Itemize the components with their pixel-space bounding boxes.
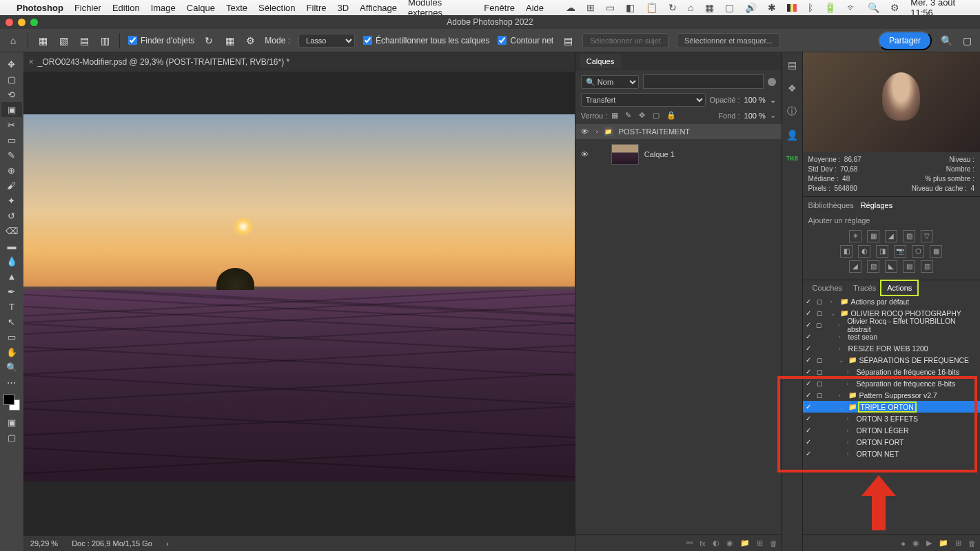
lock-all-icon[interactable]: 🔒: [666, 111, 676, 120]
expand-icon[interactable]: ›: [847, 380, 854, 387]
status-icon[interactable]: ☁: [566, 2, 575, 13]
menu-selection[interactable]: Sélection: [258, 3, 295, 13]
control-center-icon[interactable]: ⚙: [890, 2, 899, 13]
check-icon[interactable]: ✓: [806, 309, 814, 317]
tab-actions[interactable]: Actions: [881, 281, 917, 295]
link-icon[interactable]: ⚯: [686, 539, 693, 548]
action-row[interactable]: ✓›ORTON FORT: [803, 436, 980, 448]
check-icon[interactable]: ✓: [806, 426, 814, 434]
action-row[interactable]: ✓▢›Séparation de fréquence 16-bits: [803, 366, 980, 377]
mask-icon[interactable]: ◐: [713, 539, 719, 548]
check-icon[interactable]: ✓: [806, 391, 814, 399]
adj-icon[interactable]: ◢: [885, 230, 897, 242]
search-icon[interactable]: 🔍: [868, 2, 879, 13]
action-row[interactable]: ✓›ORTON NET: [803, 448, 980, 459]
sample-all-check[interactable]: Échantillonner tous les calques: [363, 36, 489, 45]
menu-fichier[interactable]: Fichier: [74, 3, 101, 13]
layer-filter-select[interactable]: 🔍 Nom: [581, 75, 639, 89]
status-icon[interactable]: ✱: [768, 2, 776, 13]
tab-adjustments[interactable]: Réglages: [861, 201, 892, 209]
tab-libraries[interactable]: Bibliothèques: [808, 201, 854, 209]
zoom-value[interactable]: 29,29 %: [30, 539, 58, 548]
visibility-icon[interactable]: 👁: [581, 150, 591, 158]
check-icon[interactable]: ✓: [806, 344, 814, 352]
check-icon[interactable]: ✓: [806, 415, 814, 422]
action-row[interactable]: ✓▢›📁Pattern Suppressor v2.7: [803, 389, 980, 401]
check-icon[interactable]: ✓: [806, 403, 814, 410]
quickmask-tool[interactable]: ▣: [1, 415, 22, 430]
dialog-icon[interactable]: ▢: [816, 322, 824, 329]
lock-brush-icon[interactable]: ✎: [625, 111, 635, 120]
adj-icon[interactable]: ▥: [921, 260, 933, 273]
dialog-icon[interactable]: ▢: [817, 310, 825, 317]
expand-icon[interactable]: ›: [847, 368, 854, 375]
frame-tool[interactable]: ▭: [1, 132, 22, 147]
adj-icon[interactable]: ⬡: [912, 245, 924, 258]
expand-icon[interactable]: ⌄: [839, 357, 846, 364]
zoom-tool[interactable]: 🔍: [1, 360, 22, 375]
marquee-tool[interactable]: ▢: [1, 72, 22, 87]
object-finder-check[interactable]: Finder d'objets: [128, 36, 194, 45]
adj-icon[interactable]: ▤: [903, 260, 915, 273]
select-mask-button[interactable]: Sélectionner et masquer...: [677, 33, 780, 48]
dialog-icon[interactable]: ▢: [817, 380, 825, 387]
shape-tool[interactable]: ▭: [1, 329, 22, 344]
check-icon[interactable]: ✓: [806, 333, 814, 340]
adj-icon[interactable]: ◧: [840, 245, 853, 258]
fx-icon[interactable]: fx: [700, 539, 706, 548]
adj-icon[interactable]: ▦: [930, 245, 942, 258]
status-icon[interactable]: ⌂: [688, 2, 693, 13]
check-icon[interactable]: ✓: [806, 321, 814, 329]
expand-icon[interactable]: ›: [596, 128, 598, 135]
tab-paths[interactable]: Tracés: [848, 281, 881, 295]
menu-calque[interactable]: Calque: [187, 3, 215, 13]
layer-thumbnail[interactable]: [611, 144, 639, 165]
expand-icon[interactable]: ›: [839, 345, 846, 352]
adj-icon[interactable]: ▨: [903, 230, 915, 242]
status-icon[interactable]: ▭: [606, 2, 615, 13]
pen-tool[interactable]: ✒: [1, 284, 22, 299]
gradient-tool[interactable]: ▬: [1, 238, 22, 253]
wifi-icon[interactable]: ᯤ: [847, 2, 857, 13]
check-icon[interactable]: ✓: [806, 438, 814, 446]
status-icon[interactable]: ⊞: [586, 2, 595, 13]
status-icon[interactable]: ▦: [705, 2, 714, 13]
selection-sub-icon[interactable]: ▤: [78, 34, 90, 47]
selection-add-icon[interactable]: ▧: [57, 34, 70, 47]
group-icon[interactable]: 📁: [740, 539, 750, 548]
status-chevron[interactable]: ›: [166, 539, 169, 548]
adj-icon[interactable]: 📷: [894, 245, 906, 258]
status-icon[interactable]: ↻: [668, 2, 677, 13]
close-window[interactable]: [6, 19, 13, 26]
chevron-down-icon[interactable]: ⌄: [770, 96, 776, 105]
blur-tool[interactable]: 💧: [1, 253, 22, 269]
expand-icon[interactable]: ›: [847, 427, 854, 434]
action-row[interactable]: ✓▢›📁Actions par défaut: [803, 295, 980, 307]
panel-icon[interactable]: ❖: [785, 81, 799, 95]
check-icon[interactable]: ✓: [806, 450, 814, 457]
minimize-window[interactable]: [18, 19, 25, 26]
share-button[interactable]: Partager: [878, 31, 932, 50]
adj-icon[interactable]: ◐: [858, 245, 870, 258]
more-tools[interactable]: ⋯: [1, 375, 22, 390]
action-row[interactable]: ✓›RESIZE FOR WEB 1200: [803, 342, 980, 354]
expand-icon[interactable]: ⌄: [839, 404, 846, 410]
menu-3d[interactable]: 3D: [337, 3, 349, 13]
gear-icon[interactable]: ⚙: [244, 34, 256, 47]
menu-image[interactable]: Image: [151, 3, 176, 13]
app-name[interactable]: Photoshop: [17, 3, 63, 13]
selection-intersect-icon[interactable]: ▥: [99, 34, 111, 47]
adj-icon[interactable]: ▨: [867, 260, 879, 273]
lock-artboard-icon[interactable]: ▢: [653, 111, 662, 120]
layer-row[interactable]: 👁 Calque 1: [575, 139, 782, 169]
battery-icon[interactable]: 🔋: [824, 2, 836, 13]
dialog-icon[interactable]: ▢: [817, 357, 825, 364]
expand-icon[interactable]: ›: [830, 298, 837, 305]
overlay-icon[interactable]: ▦: [223, 34, 236, 47]
tk-panel-icon[interactable]: TK8: [785, 152, 799, 165]
type-tool[interactable]: T: [1, 299, 22, 314]
doc-size[interactable]: Doc : 206,9 Mo/1,15 Go: [72, 539, 152, 548]
action-row[interactable]: ✓▢›Séparation de fréquence 8-bits: [803, 377, 980, 389]
refresh-icon[interactable]: ↻: [203, 34, 215, 47]
stop-icon[interactable]: ●: [901, 539, 906, 548]
